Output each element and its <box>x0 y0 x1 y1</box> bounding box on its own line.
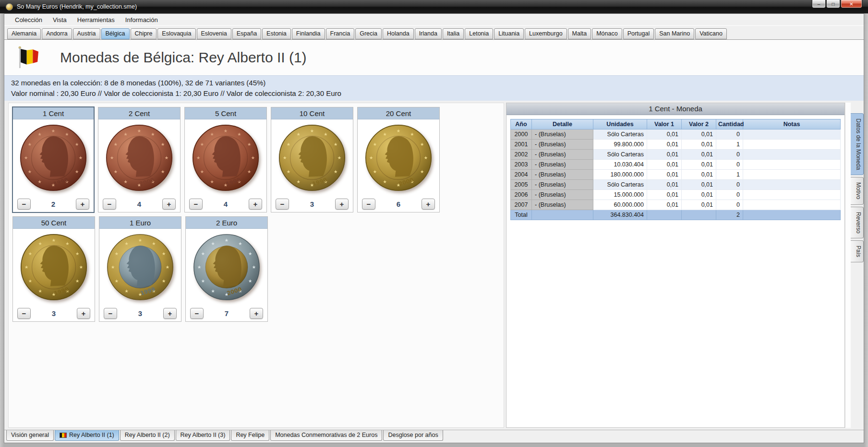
decrease-count-button-10-cent[interactable]: − <box>276 199 289 210</box>
country-tab-strip: AlemaniaAndorraAustriaBélgicaChipreEslov… <box>4 25 864 40</box>
close-button[interactable]: ✕ <box>841 0 862 8</box>
app-window: So Many Euros (Hendrik, my_collection.sm… <box>0 0 868 447</box>
country-tab-chipre[interactable]: Chipre <box>131 28 157 39</box>
svg-text:★: ★ <box>410 131 414 137</box>
bottom-tab-strip: Visión generalRey Alberto II (1)Rey Albe… <box>4 430 864 443</box>
country-tab-vaticano[interactable]: Vaticano <box>695 28 727 39</box>
detail-row-2005[interactable]: 2005- (Bruselas)Sólo Carteras0,010,010 <box>511 180 841 190</box>
bottom-tab-desglose-por-a-os[interactable]: Desglose por años <box>383 430 443 441</box>
increase-count-button-1-cent[interactable]: + <box>76 199 89 210</box>
detail-row-2003[interactable]: 2003- (Bruselas)10.030.4040,010,010 <box>511 160 841 170</box>
detail-row-2002[interactable]: 2002- (Bruselas)Sólo Carteras0,010,010 <box>511 150 841 160</box>
svg-text:★: ★ <box>115 251 119 256</box>
country-tab-b-lgica[interactable]: Bélgica <box>101 28 130 39</box>
increase-count-button-1-euro[interactable]: + <box>163 308 177 319</box>
column-header-notas[interactable]: Notas <box>743 119 841 129</box>
column-header-unidades[interactable]: Unidades <box>593 119 647 129</box>
minimize-button[interactable]: – <box>812 0 826 8</box>
menu-herramientas[interactable]: Herramientas <box>73 15 119 25</box>
detail-row-2007[interactable]: 2007- (Bruselas)60.000.0000,010,010 <box>511 200 841 210</box>
coin-card-1-cent[interactable]: 1 Cent ★★★★★★★★★★★★1999−2+ <box>12 106 95 213</box>
decrease-count-button-5-cent[interactable]: − <box>189 199 203 210</box>
decrease-count-button-50-cent[interactable]: − <box>17 308 31 319</box>
cell-2004-4: 0,01 <box>682 170 716 180</box>
decrease-count-button-20-cent[interactable]: − <box>362 199 375 210</box>
increase-count-button-10-cent[interactable]: + <box>335 199 349 210</box>
coin-card-1-euro[interactable]: 1 Euro ★★★★★★★★★★★★1999−3+ <box>99 216 181 322</box>
side-tab-motivo[interactable]: Motivo <box>851 177 864 204</box>
increase-count-button-20-cent[interactable]: + <box>422 199 435 210</box>
country-tab-eslovaquia[interactable]: Eslovaquia <box>157 28 195 39</box>
coin-card-20-cent[interactable]: 20 Cent ★★★★★★★★★★★★2000−6+ <box>357 107 440 212</box>
cell-2003-4: 0,01 <box>682 160 716 170</box>
country-tab-finlandia[interactable]: Finlandia <box>292 28 325 39</box>
cell-2004-1: - (Bruselas) <box>532 170 593 180</box>
increase-count-button-5-cent[interactable]: + <box>249 199 262 210</box>
svg-text:★: ★ <box>28 141 32 147</box>
country-tab-italia[interactable]: Italia <box>443 28 464 39</box>
coin-card-2-euro[interactable]: 2 Euro ★★★★★★★★★★★★2000−7+ <box>185 216 268 322</box>
country-tab-san-marino[interactable]: San Marino <box>655 28 694 39</box>
svg-text:★: ★ <box>201 251 205 256</box>
total-cell-0: Total <box>511 210 532 220</box>
coin-card-5-cent[interactable]: 5 Cent ★★★★★★★★★★★★1999−4+ <box>184 107 267 212</box>
country-tab-eslovenia[interactable]: Eslovenia <box>197 28 231 39</box>
country-tab-alemania[interactable]: Alemania <box>7 28 41 39</box>
coin-card-50-cent[interactable]: 50 Cent ★★★★★★★★★★★★1999−3+ <box>12 216 95 322</box>
column-header-detalle[interactable]: Detalle <box>532 119 593 129</box>
cell-2004-6 <box>743 170 841 180</box>
country-tab-luxemburgo[interactable]: Luxemburgo <box>525 28 567 39</box>
cell-2002-4: 0,01 <box>682 150 716 160</box>
increase-count-button-2-euro[interactable]: + <box>250 308 263 319</box>
bottom-tab-rey-felipe[interactable]: Rey Felipe <box>231 430 269 441</box>
decrease-count-button-2-euro[interactable]: − <box>190 308 204 319</box>
country-tab-holanda[interactable]: Holanda <box>383 28 414 39</box>
menu-vista[interactable]: Vista <box>49 15 71 25</box>
increase-count-button-50-cent[interactable]: + <box>77 308 90 319</box>
coin-card-10-cent[interactable]: 10 Cent ★★★★★★★★★★★★1999−3+ <box>271 107 353 212</box>
country-tab-lituania[interactable]: Lituania <box>494 28 524 39</box>
country-tab-irlanda[interactable]: Irlanda <box>415 28 442 39</box>
column-header-valor-2[interactable]: Valor 2 <box>682 119 716 129</box>
country-tab-estonia[interactable]: Estonia <box>262 28 291 39</box>
svg-text:★: ★ <box>334 169 338 174</box>
increase-count-button-2-cent[interactable]: + <box>162 199 176 210</box>
bottom-tab-visi-n-general[interactable]: Visión general <box>6 430 54 441</box>
bottom-tab-rey-alberto-ii-1[interactable]: Rey Alberto II (1) <box>55 430 119 441</box>
bottom-tab-monedas-conmemorativas-de-2-euros[interactable]: Monedas Conmemorativas de 2 Euros <box>270 430 382 441</box>
svg-text:★: ★ <box>161 169 165 174</box>
title-bar[interactable]: So Many Euros (Hendrik, my_collection.sm… <box>0 0 868 13</box>
side-tab-reverso[interactable]: Reverso <box>851 207 864 239</box>
country-tab-grecia[interactable]: Grecia <box>355 28 382 39</box>
side-tab-datos-de-la-moneda[interactable]: Datos de la Moneda <box>851 113 864 175</box>
column-header-a-o[interactable]: Año <box>511 119 532 129</box>
decrease-count-button-1-euro[interactable]: − <box>104 308 117 319</box>
country-tab-andorra[interactable]: Andorra <box>42 28 72 39</box>
country-tab-portugal[interactable]: Portugal <box>623 28 654 39</box>
coin-svg-1-euro: ★★★★★★★★★★★★1999 <box>106 233 174 301</box>
detail-total-row: Total364.830.4042 <box>511 210 841 220</box>
country-tab-malta[interactable]: Malta <box>568 28 591 39</box>
bottom-tab-rey-alberto-ii-3[interactable]: Rey Alberto II (3) <box>176 430 230 441</box>
maximize-button[interactable]: □ <box>826 0 840 8</box>
coin-card-2-cent[interactable]: 2 Cent ★★★★★★★★★★★★2000−4+ <box>98 107 181 212</box>
country-tab-francia[interactable]: Francia <box>326 28 355 39</box>
detail-row-2001[interactable]: 2001- (Bruselas)99.800.0000,010,011 <box>511 140 841 150</box>
menu-colecci-n[interactable]: Colección <box>11 15 46 25</box>
country-tab-espa-a[interactable]: España <box>232 28 261 39</box>
decrease-count-button-1-cent[interactable]: − <box>17 199 31 210</box>
side-tab-pa-s[interactable]: País <box>851 240 864 262</box>
menu-informaci-n[interactable]: Información <box>121 15 162 25</box>
column-header-cantidad[interactable]: Cantidad <box>716 119 743 129</box>
detail-row-2000[interactable]: 2000- (Bruselas)Sólo Carteras0,010,010 <box>511 129 841 140</box>
country-tab-m-naco[interactable]: Mónaco <box>592 28 622 39</box>
panel-scrollbar[interactable] <box>845 103 851 428</box>
detail-row-2004[interactable]: 2004- (Bruselas)180.000.0000,010,011 <box>511 170 841 180</box>
bottom-tab-rey-alberto-ii-2[interactable]: Rey Alberto II (2) <box>120 430 175 441</box>
detail-row-2006[interactable]: 2006- (Bruselas)15.000.0000,010,010 <box>511 190 841 200</box>
svg-text:★: ★ <box>424 155 428 160</box>
decrease-count-button-2-cent[interactable]: − <box>103 199 116 210</box>
country-tab-letonia[interactable]: Letonia <box>465 28 493 39</box>
column-header-valor-1[interactable]: Valor 1 <box>647 119 682 129</box>
country-tab-austria[interactable]: Austria <box>73 28 100 39</box>
